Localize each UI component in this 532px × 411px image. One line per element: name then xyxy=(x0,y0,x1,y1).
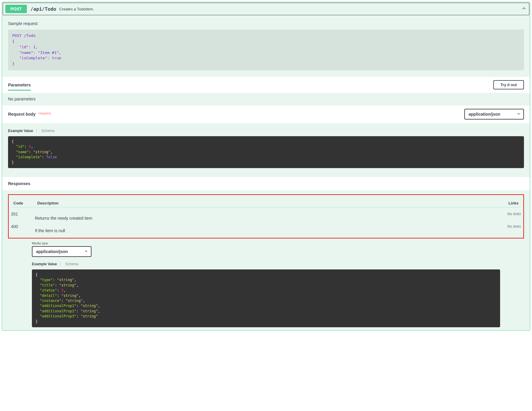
response-code: 201 xyxy=(11,212,35,216)
request-body-tabs: Example Value Schema xyxy=(2,123,530,135)
tab-separator xyxy=(36,129,37,133)
media-type-select-wrap: application/json xyxy=(32,249,91,254)
media-type-label: Media type xyxy=(32,241,524,245)
no-parameters-text: No parameters xyxy=(2,93,530,105)
endpoint-path: /api/Todo xyxy=(30,6,56,12)
sample-request-block: Sample request: POST /Todo { "id": 1, "n… xyxy=(2,16,530,76)
request-body-header-bar: Request body required application/json xyxy=(2,105,530,123)
tab-schema[interactable]: Schema xyxy=(65,262,78,266)
col-links-header: Links xyxy=(492,201,519,205)
media-type-select[interactable]: application/json xyxy=(32,246,91,257)
http-method-badge: POST xyxy=(5,5,27,13)
required-tag: required xyxy=(38,111,50,115)
response-row: 400If the item is nullNo links xyxy=(9,222,523,235)
col-code-header: Code xyxy=(13,201,37,205)
col-desc-header: Description xyxy=(37,201,492,205)
sample-request-code: POST /Todo { "id": 1, "name": "Item #1",… xyxy=(8,30,524,70)
response-example-json[interactable]: { "type": "string", "title": "string", "… xyxy=(32,269,500,327)
content-type-select[interactable]: application/json xyxy=(464,109,524,120)
try-it-out-button[interactable]: Try it out xyxy=(493,80,524,89)
response-row: 201Returns the newly created itemNo link… xyxy=(9,210,523,222)
tab-example-value[interactable]: Example Value xyxy=(32,262,57,266)
response-description: If the item is null xyxy=(35,224,494,233)
sample-request-label: Sample request: xyxy=(8,21,524,26)
operation-block: POST /api/Todo Creates a TodoItem. Sampl… xyxy=(2,2,530,331)
response-code: 400 xyxy=(11,224,35,229)
response-description: Returns the newly created item xyxy=(35,212,494,221)
request-body-title: Request body required xyxy=(8,112,51,117)
responses-table: Code Description Links 201Returns the ne… xyxy=(8,194,524,238)
response-links: No links xyxy=(494,224,521,229)
tab-schema[interactable]: Schema xyxy=(41,129,55,133)
operation-body: Sample request: POST /Todo { "id": 1, "n… xyxy=(2,16,530,327)
response-example-wrap: Example Value Schema { "type": "string",… xyxy=(32,261,530,327)
request-example-json[interactable]: { "id": 0, "name": "string", "isComplete… xyxy=(8,136,524,168)
response-links: No links xyxy=(494,212,521,216)
media-type-box: Media type application/json xyxy=(32,241,524,257)
responses-title: Responses xyxy=(2,177,530,190)
responses-table-head: Code Description Links xyxy=(11,199,521,207)
operation-summary-row[interactable]: POST /api/Todo Creates a TodoItem. xyxy=(3,3,529,15)
tab-separator xyxy=(60,262,61,266)
parameters-title: Parameters xyxy=(8,83,31,91)
response-tabs: Example Value Schema xyxy=(32,261,500,268)
chevron-up-icon xyxy=(521,6,527,12)
tab-example-value[interactable]: Example Value xyxy=(8,129,33,133)
endpoint-summary: Creates a TodoItem. xyxy=(59,7,94,11)
content-type-select-wrap: application/json xyxy=(464,109,524,120)
parameters-header-bar: Parameters Try it out xyxy=(2,76,530,93)
